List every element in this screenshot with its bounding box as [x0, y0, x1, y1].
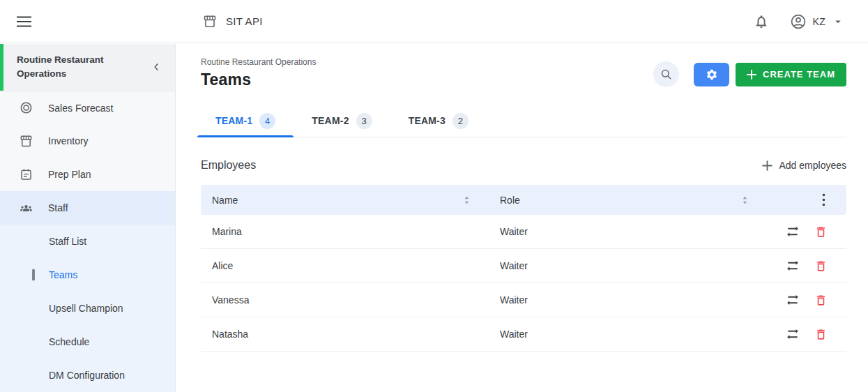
tab-label: TEAM-2 — [312, 115, 349, 126]
sidebar-item-upsell-champion[interactable]: Upsell Champion — [0, 292, 175, 325]
calendar-icon — [19, 167, 33, 182]
plus-icon — [762, 160, 772, 171]
delete-employee-button[interactable] — [814, 294, 828, 307]
sidebar-item-schedule[interactable]: Schedule — [0, 325, 175, 359]
app-header: SIT API — [202, 14, 263, 29]
employees-table: Name Role — [201, 185, 846, 352]
table-header-row: Name Role — [201, 185, 846, 215]
sub-item-label: DM Configuration — [49, 370, 125, 381]
settings-button[interactable] — [694, 63, 729, 86]
trash-icon — [814, 225, 828, 239]
tab-team-3[interactable]: TEAM-3 2 — [390, 105, 487, 137]
sub-item-label: Schedule — [49, 336, 89, 347]
transfer-employee-button[interactable] — [786, 259, 800, 273]
employee-name: Marina — [201, 226, 488, 237]
employee-role: Waiter — [488, 329, 759, 340]
tab-count-badge: 2 — [452, 113, 469, 129]
sort-role-button[interactable] — [741, 195, 749, 205]
delete-employee-button[interactable] — [814, 225, 828, 239]
transfer-employee-button[interactable] — [786, 225, 800, 239]
swap-arrows-icon — [786, 259, 800, 273]
table-row: Natasha Waiter — [201, 317, 846, 352]
app-title: SIT API — [226, 15, 263, 27]
sub-item-label: Staff List — [49, 236, 86, 247]
transfer-employee-button[interactable] — [786, 327, 800, 341]
sort-name-button[interactable] — [463, 195, 471, 205]
swap-arrows-icon — [786, 327, 800, 341]
sub-item-label: Upsell Champion — [49, 303, 123, 314]
tab-count-badge: 3 — [356, 113, 372, 129]
sidebar-accent-strip — [0, 44, 3, 91]
tab-team-1[interactable]: TEAM-1 4 — [197, 105, 294, 137]
sub-item-label: Teams — [49, 269, 77, 280]
kebab-menu-icon — [822, 193, 825, 206]
sidebar-item-dm-configuration[interactable]: DM Configuration — [0, 359, 175, 392]
plus-icon — [747, 70, 756, 80]
create-team-label: CREATE TEAM — [763, 69, 835, 80]
table-row: Vanessa Waiter — [201, 283, 846, 317]
table-menu-button[interactable] — [822, 193, 825, 206]
sidebar: Routine Restaurant Operations Sales Fore… — [0, 44, 176, 392]
user-initials: KZ — [813, 16, 826, 27]
user-menu-button[interactable]: KZ — [790, 13, 845, 30]
employees-section-header: Employees Add employees — [201, 156, 846, 175]
delete-employee-button[interactable] — [814, 328, 828, 341]
hamburger-menu-button[interactable] — [17, 16, 31, 27]
swap-arrows-icon — [786, 293, 800, 307]
active-item-indicator — [32, 269, 35, 280]
add-employees-label: Add employees — [779, 160, 846, 171]
caret-down-icon — [832, 15, 844, 28]
column-header-role: Role — [500, 195, 520, 206]
employee-role: Waiter — [488, 260, 759, 271]
sort-icon — [463, 195, 471, 205]
people-icon — [19, 201, 33, 216]
employee-name: Alice — [201, 260, 488, 271]
gear-icon — [706, 68, 718, 81]
sidebar-header: Routine Restaurant Operations — [0, 44, 175, 91]
chevron-left-icon — [150, 61, 162, 73]
sidebar-item-staff-list[interactable]: Staff List — [0, 225, 175, 258]
staff-submenu: Staff List Teams Upsell Champion Schedul… — [0, 225, 175, 392]
page-head: Routine Restaurant Operations Teams — [201, 57, 316, 89]
sidebar-collapse-button[interactable] — [150, 61, 162, 73]
target-icon — [19, 100, 33, 115]
add-employees-button[interactable]: Add employees — [762, 160, 846, 171]
trash-icon — [814, 294, 828, 307]
transfer-employee-button[interactable] — [786, 293, 800, 307]
column-header-name: Name — [212, 195, 238, 206]
team-tabs: TEAM-1 4 TEAM-2 3 TEAM-3 2 — [197, 105, 846, 137]
employee-role: Waiter — [488, 226, 759, 237]
sidebar-title: Routine Restaurant Operations — [17, 53, 144, 82]
sidebar-item-prep-plan[interactable]: Prep Plan — [0, 158, 175, 191]
page-title: Teams — [201, 70, 316, 89]
sort-icon — [741, 195, 749, 205]
employee-name: Natasha — [201, 329, 488, 340]
create-team-button[interactable]: CREATE TEAM — [736, 63, 846, 86]
topbar-right: KZ — [754, 13, 845, 30]
table-row: Marina Waiter — [201, 215, 846, 249]
topbar: SIT API KZ — [0, 0, 868, 43]
sidebar-item-teams[interactable]: Teams — [0, 258, 175, 292]
sidebar-item-label: Sales Forecast — [48, 103, 113, 114]
tab-team-2[interactable]: TEAM-2 3 — [294, 105, 390, 137]
sidebar-item-staff[interactable]: Staff — [0, 191, 175, 225]
storefront-icon — [202, 14, 218, 29]
delete-employee-button[interactable] — [814, 259, 828, 273]
tab-label: TEAM-3 — [409, 115, 446, 126]
notifications-button[interactable] — [754, 14, 769, 29]
sidebar-item-sales-forecast[interactable]: Sales Forecast — [0, 91, 175, 125]
sidebar-item-label: Prep Plan — [48, 169, 91, 180]
trash-icon — [814, 259, 828, 273]
search-button[interactable] — [653, 61, 679, 87]
search-icon — [660, 68, 673, 81]
tab-label: TEAM-1 — [215, 115, 252, 126]
trash-icon — [814, 328, 828, 341]
swap-arrows-icon — [786, 225, 800, 239]
table-row: Alice Waiter — [201, 249, 846, 283]
main-content: Routine Restaurant Operations Teams CREA… — [176, 44, 868, 392]
sidebar-item-inventory[interactable]: Inventory — [0, 125, 175, 158]
employees-title: Employees — [201, 159, 256, 172]
tab-count-badge: 4 — [259, 113, 275, 129]
employee-role: Waiter — [488, 294, 759, 306]
hamburger-icon — [17, 16, 31, 27]
